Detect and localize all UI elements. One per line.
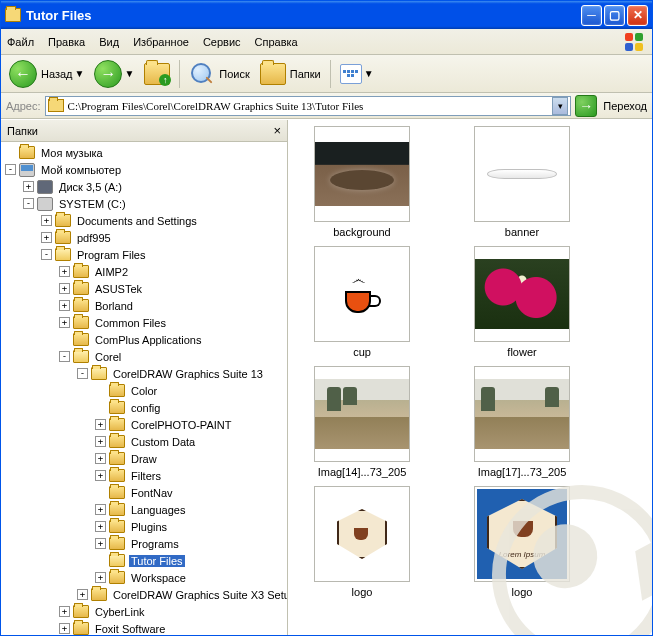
tree-node[interactable]: +Custom Data xyxy=(5,433,287,450)
address-dropdown-icon[interactable]: ▾ xyxy=(552,97,568,115)
tree-toggle[interactable]: + xyxy=(59,283,70,294)
thumbnail[interactable]: ෴cup xyxy=(292,246,432,358)
tree-label[interactable]: Custom Data xyxy=(129,436,197,448)
panel-close-icon[interactable]: × xyxy=(273,123,281,138)
tree-label[interactable]: AIMP2 xyxy=(93,266,130,278)
tree-node[interactable]: Tutor Files xyxy=(5,552,287,569)
tree-label[interactable]: Program Files xyxy=(75,249,147,261)
tree-node[interactable]: +Filters xyxy=(5,467,287,484)
thumbnail[interactable]: Lorem Ipsumlogo xyxy=(452,486,592,598)
tree-node[interactable]: +CorelDRAW Graphics Suite X3 Setu xyxy=(5,586,287,603)
tree-label[interactable]: pdf995 xyxy=(75,232,113,244)
forward-button[interactable]: → ▼ xyxy=(90,59,138,89)
tree-label[interactable]: Моя музыка xyxy=(39,147,105,159)
tree-node[interactable]: +ASUSTek xyxy=(5,280,287,297)
tree-toggle[interactable]: + xyxy=(95,470,106,481)
close-button[interactable]: ✕ xyxy=(627,5,648,26)
tree-toggle[interactable]: + xyxy=(59,266,70,277)
tree-node[interactable]: Color xyxy=(5,382,287,399)
tree-node[interactable]: +Languages xyxy=(5,501,287,518)
tree-toggle[interactable]: - xyxy=(5,164,16,175)
view-dropdown-icon[interactable]: ▼ xyxy=(364,68,374,79)
tree-node[interactable]: +AIMP2 xyxy=(5,263,287,280)
tree-label[interactable]: Programs xyxy=(129,538,181,550)
tree-node[interactable]: +pdf995 xyxy=(5,229,287,246)
titlebar[interactable]: Tutor Files ─ ▢ ✕ xyxy=(1,1,652,29)
tree-label[interactable]: CorelDRAW Graphics Suite X3 Setu xyxy=(111,589,287,601)
tree-label[interactable]: Foxit Software xyxy=(93,623,167,635)
tree-toggle[interactable]: + xyxy=(95,572,106,583)
tree-label[interactable]: Common Files xyxy=(93,317,168,329)
tree-label[interactable]: ASUSTek xyxy=(93,283,144,295)
tree-toggle[interactable]: + xyxy=(95,504,106,515)
tree-node[interactable]: +Workspace xyxy=(5,569,287,586)
tree-label[interactable]: Documents and Settings xyxy=(75,215,199,227)
tree-node[interactable]: Моя музыка xyxy=(5,144,287,161)
tree-node[interactable]: +Documents and Settings xyxy=(5,212,287,229)
menu-file[interactable]: Файл xyxy=(7,36,34,48)
tree-label[interactable]: Workspace xyxy=(129,572,188,584)
search-button[interactable]: Поиск xyxy=(185,59,253,89)
address-input[interactable] xyxy=(68,98,551,114)
tree-toggle[interactable]: - xyxy=(23,198,34,209)
tree-label[interactable]: CorelDRAW Graphics Suite 13 xyxy=(111,368,265,380)
tree-label[interactable]: FontNav xyxy=(129,487,175,499)
tree-toggle[interactable]: + xyxy=(59,300,70,311)
tree-node[interactable]: +CyberLink xyxy=(5,603,287,620)
tree-label[interactable]: CorelPHOTO-PAINT xyxy=(129,419,233,431)
thumbnail-grid[interactable]: backgroundbanner෴cupflowerImag[14]...73_… xyxy=(288,120,652,635)
folders-button[interactable]: Папки xyxy=(256,59,325,89)
tree-node[interactable]: FontNav xyxy=(5,484,287,501)
tree-label[interactable]: Filters xyxy=(129,470,163,482)
tree-label[interactable]: Languages xyxy=(129,504,187,516)
menu-help[interactable]: Справка xyxy=(255,36,298,48)
menu-service[interactable]: Сервис xyxy=(203,36,241,48)
tree-toggle[interactable]: + xyxy=(95,538,106,549)
tree-node[interactable]: -CorelDRAW Graphics Suite 13 xyxy=(5,365,287,382)
tree-label[interactable]: Мой компьютер xyxy=(39,164,123,176)
tree-node[interactable]: -SYSTEM (C:) xyxy=(5,195,287,212)
tree-toggle[interactable]: + xyxy=(23,181,34,192)
folder-tree[interactable]: Моя музыка-Мой компьютер+Диск 3,5 (A:)-S… xyxy=(1,142,287,635)
tree-toggle[interactable]: + xyxy=(95,453,106,464)
tree-toggle[interactable]: + xyxy=(59,317,70,328)
tree-label[interactable]: Color xyxy=(129,385,159,397)
tree-node[interactable]: +Draw xyxy=(5,450,287,467)
tree-toggle[interactable]: + xyxy=(59,606,70,617)
maximize-button[interactable]: ▢ xyxy=(604,5,625,26)
tree-toggle[interactable]: + xyxy=(95,419,106,430)
tree-toggle[interactable]: + xyxy=(77,589,88,600)
thumbnail[interactable]: flower xyxy=(452,246,592,358)
tree-toggle[interactable]: - xyxy=(59,351,70,362)
tree-toggle[interactable]: - xyxy=(77,368,88,379)
tree-node[interactable]: +Plugins xyxy=(5,518,287,535)
thumbnail[interactable]: logo xyxy=(292,486,432,598)
tree-node[interactable]: +Programs xyxy=(5,535,287,552)
tree-toggle[interactable]: + xyxy=(41,232,52,243)
tree-toggle[interactable]: + xyxy=(95,436,106,447)
menu-view[interactable]: Вид xyxy=(99,36,119,48)
forward-dropdown-icon[interactable]: ▼ xyxy=(124,68,134,79)
tree-node[interactable]: -Corel xyxy=(5,348,287,365)
tree-node[interactable]: -Program Files xyxy=(5,246,287,263)
address-box[interactable]: ▾ xyxy=(45,96,572,116)
tree-node[interactable]: ComPlus Applications xyxy=(5,331,287,348)
tree-node[interactable]: +Foxit Software xyxy=(5,620,287,635)
thumbnail[interactable]: Imag[14]...73_205 xyxy=(292,366,432,478)
tree-toggle[interactable]: + xyxy=(95,521,106,532)
tree-toggle[interactable]: + xyxy=(59,623,70,634)
tree-label[interactable]: config xyxy=(129,402,162,414)
tree-label[interactable]: SYSTEM (C:) xyxy=(57,198,128,210)
up-button[interactable] xyxy=(140,59,174,89)
tree-toggle[interactable]: - xyxy=(41,249,52,260)
thumbnail[interactable]: background xyxy=(292,126,432,238)
thumbnail[interactable]: Imag[17]...73_205 xyxy=(452,366,592,478)
go-button[interactable]: → xyxy=(575,95,597,117)
tree-label[interactable]: Corel xyxy=(93,351,123,363)
tree-label[interactable]: Borland xyxy=(93,300,135,312)
tree-node[interactable]: +CorelPHOTO-PAINT xyxy=(5,416,287,433)
tree-node[interactable]: -Мой компьютер xyxy=(5,161,287,178)
tree-label[interactable]: CyberLink xyxy=(93,606,147,618)
tree-node[interactable]: +Диск 3,5 (A:) xyxy=(5,178,287,195)
tree-label[interactable]: ComPlus Applications xyxy=(93,334,203,346)
